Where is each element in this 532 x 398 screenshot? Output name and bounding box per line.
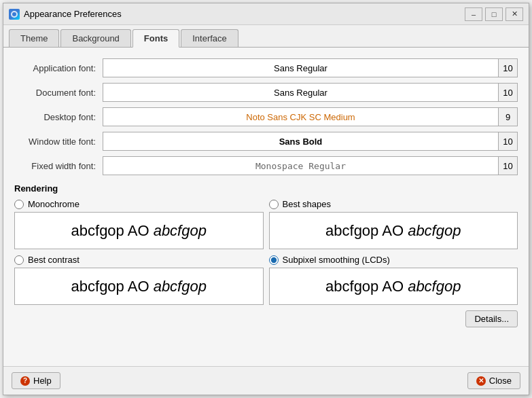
close-label: Close — [489, 376, 512, 386]
application-font-size: 10 — [498, 59, 517, 77]
document-font-row: Document font: Sans Regular 10 — [14, 83, 518, 102]
best-contrast-label[interactable]: Best contrast — [28, 255, 79, 265]
monochrome-option: Monochrome abcfgop AO abcfgop — [14, 199, 264, 249]
content-area: Application font: Sans Regular 10 Docume… — [3, 48, 529, 366]
fixed-width-font-name: Monospace Regular — [103, 161, 498, 171]
details-button[interactable]: Details... — [465, 310, 518, 327]
help-label: Help — [33, 376, 52, 386]
monochrome-label[interactable]: Monochrome — [28, 199, 79, 209]
title-bar: Appearance Preferences – □ ✕ — [3, 3, 529, 25]
desktop-font-row: Desktop font: Noto Sans CJK SC Medium 9 — [14, 107, 518, 126]
bottom-bar: ? Help ✕ Close — [3, 366, 529, 395]
best-contrast-preview: abcfgop AO abcfgop — [14, 268, 264, 305]
window-close-button[interactable]: ✕ — [506, 7, 523, 21]
best-shapes-label[interactable]: Best shapes — [283, 199, 332, 209]
svg-point-1 — [12, 12, 16, 16]
subpixel-label[interactable]: Subpixel smoothing (LCDs) — [283, 255, 390, 265]
desktop-font-size: 9 — [498, 108, 517, 126]
window-title: Appearance Preferences — [24, 9, 465, 19]
application-font-row: Application font: Sans Regular 10 — [14, 58, 518, 77]
tab-theme[interactable]: Theme — [9, 29, 59, 47]
window-title-font-row: Window title font: Sans Bold 10 — [14, 132, 518, 151]
tab-fonts[interactable]: Fonts — [132, 29, 179, 48]
best-shapes-option: Best shapes abcfgop AO abcfgop — [269, 199, 518, 249]
desktop-font-name: Noto Sans CJK SC Medium — [103, 112, 498, 122]
application-font-selector[interactable]: Sans Regular 10 — [103, 58, 518, 77]
fixed-width-font-size: 10 — [498, 157, 517, 175]
monochrome-preview-text: abcfgop AO abcfgop — [71, 222, 207, 240]
best-shapes-radio-row: Best shapes — [269, 199, 518, 209]
application-font-name: Sans Regular — [103, 63, 498, 73]
tab-interface[interactable]: Interface — [181, 29, 238, 47]
document-font-size: 10 — [498, 84, 517, 101]
subpixel-radio[interactable] — [269, 255, 279, 265]
fixed-width-font-label: Fixed width font: — [14, 161, 103, 171]
window-title-font-label: Window title font: — [14, 137, 103, 147]
monochrome-preview: abcfgop AO abcfgop — [14, 212, 264, 249]
best-contrast-radio-row: Best contrast — [14, 255, 264, 265]
document-font-name: Sans Regular — [103, 88, 498, 98]
best-shapes-radio[interactable] — [269, 200, 279, 209]
app-icon — [9, 9, 20, 20]
application-font-label: Application font: — [14, 63, 103, 73]
help-button[interactable]: ? Help — [12, 372, 60, 389]
window-title-font-name: Sans Bold — [103, 137, 498, 147]
document-font-label: Document font: — [14, 88, 103, 98]
tab-bar: Theme Background Fonts Interface — [3, 25, 529, 48]
best-contrast-option: Best contrast abcfgop AO abcfgop — [14, 255, 264, 305]
subpixel-preview-text: abcfgop AO abcfgop — [325, 278, 461, 295]
rendering-grid: Monochrome abcfgop AO abcfgop Best shape… — [14, 199, 518, 305]
subpixel-preview: abcfgop AO abcfgop — [269, 268, 518, 305]
document-font-selector[interactable]: Sans Regular 10 — [103, 83, 518, 102]
window-title-font-selector[interactable]: Sans Bold 10 — [103, 132, 518, 151]
window-controls: – □ ✕ — [465, 7, 523, 21]
details-area: Details... — [14, 310, 518, 327]
monochrome-radio[interactable] — [14, 200, 24, 209]
window-title-font-size: 10 — [498, 132, 517, 150]
fixed-width-font-selector[interactable]: Monospace Regular 10 — [103, 156, 518, 175]
tab-background[interactable]: Background — [60, 29, 130, 47]
fixed-width-font-row: Fixed width font: Monospace Regular 10 — [14, 156, 518, 175]
close-button[interactable]: ✕ Close — [467, 372, 520, 389]
minimize-button[interactable]: – — [465, 7, 482, 21]
help-icon: ? — [20, 376, 30, 386]
best-contrast-radio[interactable] — [14, 255, 24, 265]
best-contrast-preview-text: abcfgop AO abcfgop — [71, 278, 207, 295]
monochrome-radio-row: Monochrome — [14, 199, 264, 209]
subpixel-radio-row: Subpixel smoothing (LCDs) — [269, 255, 518, 265]
main-window: Appearance Preferences – □ ✕ Theme Backg… — [3, 3, 529, 395]
best-shapes-preview-text: abcfgop AO abcfgop — [325, 222, 461, 240]
subpixel-option: Subpixel smoothing (LCDs) abcfgop AO abc… — [269, 255, 518, 305]
desktop-font-selector[interactable]: Noto Sans CJK SC Medium 9 — [103, 107, 518, 126]
maximize-button[interactable]: □ — [485, 7, 503, 21]
rendering-section-title: Rendering — [14, 183, 518, 194]
desktop-font-label: Desktop font: — [14, 112, 103, 122]
best-shapes-preview: abcfgop AO abcfgop — [269, 212, 518, 249]
close-icon: ✕ — [476, 376, 486, 386]
